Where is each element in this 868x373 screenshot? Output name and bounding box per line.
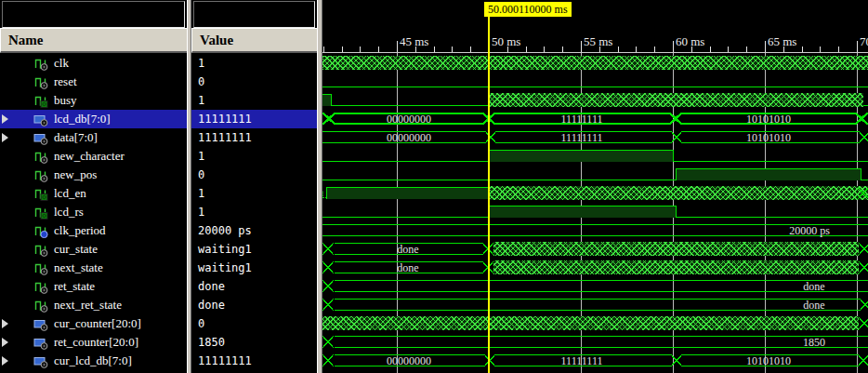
wave-transition-x: [669, 113, 682, 125]
signal-row-clk[interactable]: clk: [0, 54, 187, 73]
signal-name-label: clk_period: [54, 223, 106, 238]
wave-high-band: [326, 187, 489, 199]
wave-ret_state[interactable]: done: [322, 277, 868, 296]
wave-lcd_en[interactable]: [322, 184, 868, 203]
expand-arrow-icon[interactable]: [2, 338, 11, 347]
wave-value-label: done: [758, 299, 868, 312]
signal-value: 0: [191, 73, 317, 91]
signal-row-clk_period[interactable]: clk_period: [0, 221, 187, 240]
wave-cur_state[interactable]: done: [322, 240, 868, 259]
wave-transition-x: [322, 113, 335, 125]
signal-row-cur_state[interactable]: cur_state: [0, 240, 187, 259]
wave-cur_counter[interactable]: [322, 314, 868, 333]
signal-row-next_ret_state[interactable]: next_ret_state: [0, 296, 187, 314]
waveform-canvas: 00000000 11111111 10101010 00000000 1111…: [322, 54, 868, 373]
signal-value: 1: [191, 184, 317, 203]
signal-value: waiting1: [191, 259, 317, 277]
wave-low-line: [861, 180, 868, 180]
wave-next_state[interactable]: done: [322, 259, 868, 277]
signal-value: 11111111: [191, 110, 317, 128]
wave-transition-x: [859, 261, 868, 273]
wave-transition-x: [322, 299, 334, 311]
signal-row-new_character[interactable]: new_character: [0, 147, 187, 166]
timeline-tick-label: 70 ms: [860, 34, 868, 49]
wave-transition-x: [860, 299, 868, 311]
wave-transition-x: [671, 131, 682, 143]
wave-value-label: 11111111: [526, 113, 638, 126]
signal-row-new_pos[interactable]: new_pos: [0, 166, 187, 184]
wave-clk_period[interactable]: 20000 ps: [322, 221, 868, 240]
signal-row-data[interactable]: data[7:0]: [0, 128, 187, 147]
expand-arrow-icon[interactable]: [2, 114, 11, 124]
signal-output-icon: [33, 94, 48, 108]
wave-value-label: done: [352, 261, 464, 274]
signal-input-icon: [33, 75, 48, 89]
wave-busy[interactable]: [322, 91, 868, 110]
signal-value: 1: [191, 147, 317, 166]
value-panel: Value 1 0 1 11111111 11111111 1 0 1 1 20…: [191, 0, 317, 373]
wave-value-label: 10101010: [713, 354, 824, 367]
expand-arrow-icon[interactable]: [2, 356, 11, 366]
expand-arrow-icon[interactable]: [2, 319, 11, 328]
wave-reset[interactable]: [322, 73, 868, 91]
signal-name-label: ret_state: [54, 279, 95, 294]
signal-row-busy[interactable]: busy: [0, 91, 187, 110]
signal-value: 1850: [191, 333, 317, 352]
wave-transition-x: [859, 243, 868, 255]
time-cursor-line[interactable]: [488, 17, 490, 373]
name-column-header-label: Name: [8, 33, 44, 48]
value-panel-header-box: [193, 1, 315, 28]
signal-row-reset[interactable]: reset: [0, 73, 187, 91]
wave-new_pos[interactable]: [322, 166, 868, 184]
wave-value-label: 11111111: [526, 131, 638, 144]
signal-row-cur_lcd_db[interactable]: cur_lcd_db[7:0]: [0, 352, 187, 370]
signal-value: done: [191, 296, 317, 314]
signal-row-lcd_rs[interactable]: lcd_rs: [0, 203, 187, 221]
signal-value-list: 1 0 1 11111111 11111111 1 0 1 1 20000 ps…: [191, 54, 317, 370]
signal-name-label: lcd_rs: [54, 205, 84, 220]
signal-name-label: new_pos: [54, 167, 97, 182]
wave-transition-x: [855, 113, 868, 125]
name-panel: Name clk reset: [0, 0, 187, 373]
signal-row-ret_counter[interactable]: ret_counter[20:0]: [0, 333, 187, 352]
signal-name-label: busy: [54, 93, 77, 108]
wave-value-label: 00000000: [353, 113, 465, 126]
wave-high-band: [676, 168, 861, 180]
signal-output-icon: [33, 187, 48, 201]
signal-row-lcd_en[interactable]: lcd_en: [0, 184, 187, 203]
wave-transition-x: [858, 354, 868, 366]
wave-data[interactable]: 00000000 11111111 10101010: [322, 128, 868, 147]
signal-row-ret_state[interactable]: ret_state: [0, 277, 187, 296]
wave-new_character[interactable]: [322, 147, 868, 166]
wave-toggling-band: [493, 242, 859, 256]
signal-name-label: data[7:0]: [54, 130, 98, 145]
wave-lcd_db[interactable]: 00000000 11111111 10101010: [322, 110, 868, 128]
name-panel-header-box: [2, 1, 185, 28]
wave-clk[interactable]: [322, 54, 868, 73]
expand-arrow-icon[interactable]: [2, 133, 11, 142]
wave-transition-x: [858, 187, 868, 199]
wave-ret_counter[interactable]: 1850: [322, 333, 868, 352]
wave-toggling-band: [493, 260, 859, 274]
wave-toggling-band: [489, 93, 863, 107]
wave-next_ret_state[interactable]: done: [322, 296, 868, 314]
wave-low-line: [322, 217, 489, 218]
timeline-tick-label: 65 ms: [768, 34, 796, 49]
timeline-ruler[interactable]: 45 ms 50 ms 55 ms 60 ms 65 ms 70 ms: [322, 0, 868, 53]
signal-output-icon: [33, 206, 48, 220]
wave-cur_lcd_db[interactable]: 00000000 11111111 10101010: [322, 352, 868, 370]
signal-row-cur_counter[interactable]: cur_counter[20:0]: [0, 314, 187, 333]
timeline-tick-label: 50 ms: [492, 34, 520, 49]
signal-row-next_state[interactable]: next_state: [0, 259, 187, 277]
signal-name-label: lcd_en: [54, 186, 86, 201]
waveform-viewer-window: Name clk reset: [0, 0, 868, 373]
value-column-header-label: Value: [200, 33, 233, 48]
wave-transition-x: [322, 336, 334, 348]
bus-icon: [33, 317, 48, 331]
wave-lcd_rs[interactable]: [322, 203, 868, 221]
wave-toggling-band: [322, 56, 868, 70]
signal-name-label: new_character: [54, 149, 125, 164]
wave-value-label: 00000000: [353, 131, 465, 144]
bus-icon: [33, 336, 48, 350]
signal-row-lcd_db[interactable]: lcd_db[7:0]: [0, 110, 187, 128]
